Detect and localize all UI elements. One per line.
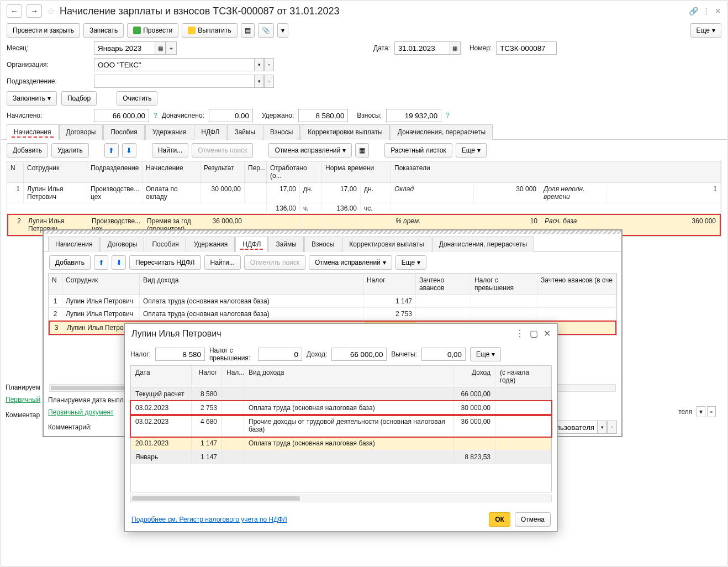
- tab-5[interactable]: Займы: [227, 124, 262, 140]
- inner-add-button[interactable]: Добавить: [49, 255, 91, 270]
- inner-tab-5[interactable]: Займы: [268, 237, 304, 252]
- month-input[interactable]: ▦÷: [94, 41, 177, 55]
- icol-n[interactable]: N: [49, 274, 62, 295]
- tab-8[interactable]: Доначисления, перерасчеты: [391, 124, 493, 140]
- icol-adv[interactable]: Зачтено авансов: [416, 274, 471, 295]
- inner-tab-8[interactable]: Доначисления, перерасчеты: [432, 237, 534, 252]
- inner-down-button[interactable]: ⬇: [112, 255, 126, 270]
- fill-button[interactable]: Заполнить ▾: [7, 91, 57, 106]
- inner-tab-1[interactable]: Договоры: [101, 237, 145, 252]
- col-worked[interactable]: Отработано (о...: [267, 161, 322, 182]
- tab-6[interactable]: Взносы: [263, 124, 300, 140]
- nav-fwd-button[interactable]: →: [27, 4, 42, 18]
- menu-icon[interactable]: ⋮: [703, 7, 710, 15]
- post-close-button[interactable]: Провести и закрыть: [7, 23, 80, 38]
- col-emp[interactable]: Сотрудник: [24, 161, 87, 182]
- cancel-fix-button[interactable]: Отмена исправлений ▾: [268, 143, 352, 158]
- help-icon-2[interactable]: ?: [446, 112, 450, 119]
- modal-detail-link[interactable]: Подробнее см. Регистр налогового учета п…: [131, 516, 287, 523]
- add-button[interactable]: Добавить: [7, 143, 48, 158]
- sub-more-button[interactable]: Еще ▾: [456, 143, 487, 158]
- col-n[interactable]: N: [7, 161, 24, 182]
- icol-emp[interactable]: Сотрудник: [62, 274, 140, 295]
- inner-primary-link[interactable]: Первичный документ: [48, 408, 114, 416]
- nav-back-button[interactable]: ←: [7, 4, 22, 18]
- extra-icon-button[interactable]: ▾: [277, 23, 288, 38]
- modal-more-button[interactable]: Еще ▾: [470, 347, 501, 361]
- inner-cancel-find-button[interactable]: Отменить поиск: [244, 255, 305, 270]
- help-icon[interactable]: ?: [154, 112, 157, 119]
- mcol-income[interactable]: Доход: [454, 366, 495, 387]
- tab-1[interactable]: Договоры: [59, 124, 103, 140]
- col-ind[interactable]: Показатели: [391, 161, 721, 182]
- post-button[interactable]: Провести: [127, 23, 178, 38]
- find-button[interactable]: Найти...: [152, 143, 188, 158]
- move-down-button[interactable]: ⬇: [122, 143, 136, 158]
- icol-type[interactable]: Вид дохода: [140, 274, 363, 295]
- delete-button[interactable]: Удалить: [51, 143, 89, 158]
- modal-ok-button[interactable]: ОК: [489, 512, 510, 527]
- table-row[interactable]: 1Лупин Илья ПетровичПроизводстве... цехО…: [7, 183, 721, 203]
- table-row[interactable]: Текущий расчет8 58066 000,00: [131, 387, 551, 401]
- modal-max-icon[interactable]: ▢: [530, 328, 538, 339]
- link-icon[interactable]: 🔗: [689, 7, 698, 15]
- favorite-icon[interactable]: ☆: [46, 5, 55, 17]
- table-row[interactable]: 03.02.20232 753Оплата труда (основная на…: [131, 401, 551, 415]
- move-up-button[interactable]: ⬆: [104, 143, 119, 158]
- accruals-grid[interactable]: N Сотрудник Подразделение Начисление Рез…: [7, 161, 721, 237]
- col-dept[interactable]: Подразделение: [87, 161, 143, 182]
- modal-hscroll[interactable]: [130, 495, 552, 502]
- partial-primary[interactable]: Первичный: [6, 393, 40, 406]
- mcol-nal[interactable]: Нал...: [222, 366, 244, 387]
- number-input[interactable]: [496, 41, 557, 55]
- tab-4[interactable]: НДФЛ: [194, 124, 226, 140]
- modal-tax-input[interactable]: [155, 348, 205, 361]
- save-button[interactable]: Записать: [83, 23, 124, 38]
- col-per[interactable]: Пер...: [245, 161, 267, 182]
- inner-up-button[interactable]: ⬆: [94, 255, 108, 270]
- mcol-type[interactable]: Вид дохода: [244, 366, 454, 387]
- payslip-button[interactable]: Расчетный листок: [384, 143, 452, 158]
- mcol-tax[interactable]: Налог: [192, 366, 222, 387]
- close-icon[interactable]: ✕: [715, 7, 721, 15]
- clear-button[interactable]: Очистить: [117, 91, 157, 106]
- select-button[interactable]: Подбор: [61, 91, 97, 106]
- inner-recalc-button[interactable]: Пересчитать НДФЛ: [129, 255, 201, 270]
- dept-combo[interactable]: ▾▫: [94, 75, 274, 88]
- icol-adv2[interactable]: Зачтено авансов (в сче: [537, 274, 616, 295]
- table-row[interactable]: 03.02.20234 680Прочие доходы от трудовой…: [131, 415, 551, 437]
- inner-tab-0[interactable]: Начисления: [48, 237, 100, 252]
- modal-cancel-button[interactable]: Отмена: [515, 512, 551, 527]
- report-icon-button[interactable]: ▤: [241, 23, 255, 38]
- inner-tab-3[interactable]: Удержания: [187, 237, 235, 252]
- inner-more-button[interactable]: Еще ▾: [395, 255, 426, 270]
- modal-menu-icon[interactable]: ⋮: [515, 328, 524, 339]
- table-row[interactable]: 1Лупин Илья ПетровичОплата труда (основн…: [49, 295, 616, 308]
- tab-7[interactable]: Корректировки выплаты: [300, 124, 389, 140]
- mcol-date[interactable]: Дата: [131, 366, 192, 387]
- attach-icon-button[interactable]: 📎: [258, 23, 274, 38]
- inner-cancel-fix-button[interactable]: Отмена исправлений ▾: [309, 255, 392, 270]
- table-row[interactable]: 2Лупин Илья ПетровичОплата труда (основн…: [49, 308, 616, 321]
- more-button[interactable]: Еще ▾: [690, 23, 721, 38]
- col-acc[interactable]: Начисление: [143, 161, 201, 182]
- col-norm[interactable]: Норма времени: [322, 161, 391, 182]
- icol-tax[interactable]: Налог: [363, 274, 416, 295]
- table-row[interactable]: 20.01.20231 147Оплата труда (основная на…: [131, 437, 551, 450]
- inner-tab-6[interactable]: Взносы: [304, 237, 341, 252]
- date-input[interactable]: ▦: [394, 41, 461, 55]
- tab-3[interactable]: Удержания: [145, 124, 194, 140]
- mcol-ytd[interactable]: (с начала года): [495, 366, 551, 387]
- pay-button[interactable]: Выплатить: [182, 23, 238, 38]
- org-combo[interactable]: ▾▫: [94, 58, 274, 71]
- icol-over[interactable]: Налог с превышения: [471, 274, 537, 295]
- inner-find-button[interactable]: Найти...: [204, 255, 241, 270]
- modal-close-icon[interactable]: ✕: [544, 328, 551, 339]
- table-row[interactable]: Январь1 1478 823,53: [131, 450, 551, 464]
- inner-tab-7[interactable]: Корректировки выплаты: [342, 237, 431, 252]
- cancel-find-button[interactable]: Отменить поиск: [192, 143, 253, 158]
- tab-2[interactable]: Пособия: [103, 124, 144, 140]
- inner-tab-4[interactable]: НДФЛ: [235, 237, 268, 252]
- col-res[interactable]: Результат: [201, 161, 245, 182]
- modal-grid[interactable]: Дата Налог Нал... Вид дохода Доход (с на…: [130, 365, 552, 492]
